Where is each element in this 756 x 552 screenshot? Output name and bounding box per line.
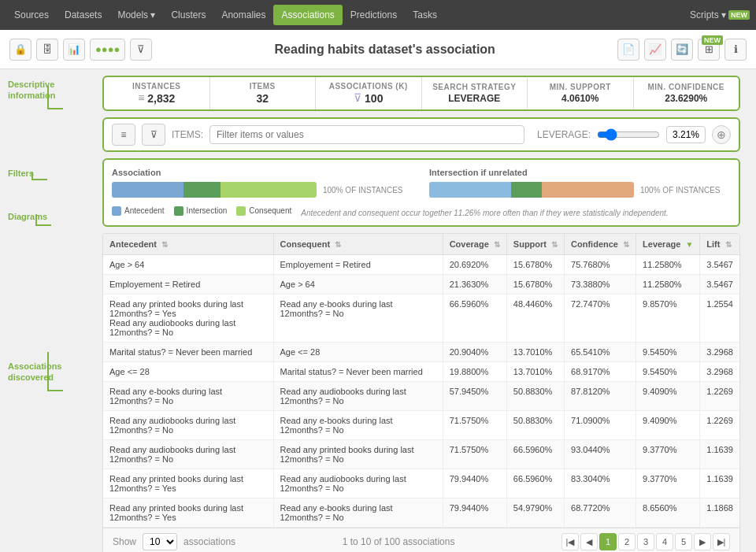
table-row[interactable]: Read any printed books during last 12mon… xyxy=(103,295,739,343)
nav-anomalies[interactable]: Anomalies xyxy=(213,3,273,27)
page-first-button[interactable]: |◀ xyxy=(561,533,579,550)
cell-leverage: 9.4090% xyxy=(636,382,700,411)
cell-confidence: 71.0900% xyxy=(565,411,636,440)
cell-leverage: 9.5450% xyxy=(636,362,700,382)
table-header-row: Antecedent ⇅ Consequent ⇅ Coverage ⇅ xyxy=(103,234,739,255)
chart-icon[interactable]: 📊 xyxy=(63,39,85,61)
cell-confidence: 93.0440% xyxy=(565,440,636,469)
funnel-icon[interactable]: ⊽ xyxy=(130,39,152,61)
cell-consequent: Age <= 28 xyxy=(273,343,443,362)
info-icon[interactable]: ℹ xyxy=(724,39,747,61)
nav-models[interactable]: Models ▾ xyxy=(109,3,163,27)
cell-antecedent: Read any e-books during last 12months? =… xyxy=(103,382,273,411)
stat-instances: INSTANCES ≡ 2,832 xyxy=(104,77,210,109)
table-row[interactable]: Age <= 28 Marital status? = Never been m… xyxy=(103,362,739,382)
col-antecedent[interactable]: Antecedent ⇅ xyxy=(103,234,273,255)
cell-support: 50.8830% xyxy=(506,382,564,411)
formula-icon[interactable]: ⊞ NEW xyxy=(698,39,720,61)
new-badge-formula: NEW xyxy=(702,35,723,45)
cell-consequent: Read any e-books during last 12months? =… xyxy=(273,295,443,343)
col-consequent[interactable]: Consequent ⇅ xyxy=(273,234,443,255)
col-lift[interactable]: Lift ⇅ xyxy=(700,234,739,255)
table-row[interactable]: Read any e-books during last 12months? =… xyxy=(103,382,739,411)
table-row[interactable]: Age > 64 Employement = Retired 20.6920% … xyxy=(103,255,739,275)
descriptive-label: Descriptiveinformation xyxy=(8,79,63,109)
cell-consequent: Employement = Retired xyxy=(273,255,443,275)
cell-antecedent: Read any printed books during last 12mon… xyxy=(103,469,273,498)
page-5-button[interactable]: 5 xyxy=(675,533,692,550)
cell-antecedent: Read any audiobooks during last 12months… xyxy=(103,440,273,469)
nav-sources[interactable]: Sources xyxy=(6,3,57,27)
stat-items: ITEMS 32 xyxy=(210,77,317,109)
table-row[interactable]: Read any printed books during last 12mon… xyxy=(103,498,739,528)
table-row[interactable]: Marital status? = Never been married Age… xyxy=(103,343,739,362)
page-next-button[interactable]: ▶ xyxy=(694,533,711,550)
cell-leverage: 9.8570% xyxy=(636,295,700,343)
filters-label: Filters xyxy=(8,168,47,180)
list-view-button[interactable]: ≡ xyxy=(112,124,135,146)
items-filter-input[interactable] xyxy=(209,125,524,144)
cell-antecedent: Age <= 28 xyxy=(103,362,273,382)
nav-datasets[interactable]: Datasets xyxy=(57,3,109,27)
cell-confidence: 83.3040% xyxy=(565,469,636,498)
page-last-button[interactable]: ▶| xyxy=(713,533,730,550)
page-2-button[interactable]: 2 xyxy=(618,533,636,550)
refresh-icon[interactable]: 🔄 xyxy=(671,39,693,61)
page-4-button[interactable]: 4 xyxy=(656,533,673,550)
table-row[interactable]: Read any printed books during last 12mon… xyxy=(103,469,739,498)
cell-leverage: 9.3770% xyxy=(636,469,700,498)
nav-clusters[interactable]: Clusters xyxy=(163,3,213,27)
cell-support: 48.4460% xyxy=(506,295,564,343)
leverage-slider[interactable] xyxy=(597,128,660,141)
diagram-intersection: Intersection if unrelated 100% OF INSTAN… xyxy=(429,168,731,201)
sort-confidence-icon: ⇅ xyxy=(623,240,629,249)
cell-coverage: 66.5960% xyxy=(443,295,506,343)
database-icon[interactable]: 🗄 xyxy=(36,39,58,61)
funnel-stat-icon: ⊽ xyxy=(354,91,361,104)
cell-lift: 3.2968 xyxy=(700,362,739,382)
diagram-legend: Antecedent Intersection Consequent Antec… xyxy=(112,204,731,217)
cell-lift: 1.1868 xyxy=(700,498,739,528)
scripts-button[interactable]: Scripts ▾ NEW xyxy=(690,9,750,20)
main-area: INSTANCES ≡ 2,832 ITEMS 32 ASSOCIATIONS … xyxy=(94,69,756,552)
cell-coverage: 57.9450% xyxy=(443,382,506,411)
cell-coverage: 79.9440% xyxy=(443,469,506,498)
page-prev-button[interactable]: ◀ xyxy=(580,533,598,550)
cell-consequent: Marital status? = Never been married xyxy=(273,362,443,382)
cell-lift: 3.5467 xyxy=(700,255,739,275)
page-title: Reading habits dataset's association xyxy=(158,43,611,57)
cell-support: 50.8830% xyxy=(506,411,564,440)
cell-lift: 1.1639 xyxy=(700,469,739,498)
filter-reset-button[interactable]: ⊕ xyxy=(712,125,731,144)
col-support[interactable]: Support ⇅ xyxy=(506,234,564,255)
cell-support: 54.9790% xyxy=(506,498,564,528)
nav-associations[interactable]: Associations xyxy=(273,5,342,25)
side-labels: Descriptiveinformation Filters Diagrams … xyxy=(8,69,94,552)
cell-antecedent: Employement = Retired xyxy=(103,275,273,295)
sort-leverage-icon: ▼ xyxy=(685,240,693,249)
filter-funnel-button[interactable]: ⊽ xyxy=(142,124,165,146)
page-1-button[interactable]: 1 xyxy=(599,533,617,550)
cell-support: 15.6780% xyxy=(506,275,564,295)
bar-chart-icon[interactable]: 📈 xyxy=(644,39,666,61)
nav-tasks[interactable]: Tasks xyxy=(405,3,445,27)
col-leverage[interactable]: Leverage ▼ xyxy=(636,234,700,255)
col-coverage[interactable]: Coverage ⇅ xyxy=(443,234,506,255)
col-confidence[interactable]: Confidence ⇅ xyxy=(565,234,636,255)
table-row[interactable]: Employement = Retired Age > 64 21.3630% … xyxy=(103,275,739,295)
lock-icon[interactable]: 🔒 xyxy=(9,39,32,61)
sort-antecedent-icon: ⇅ xyxy=(161,240,168,249)
new-badge: NEW xyxy=(728,10,750,20)
nav-predictions[interactable]: Predictions xyxy=(343,3,405,27)
table-row[interactable]: Read any audiobooks during last 12months… xyxy=(103,411,739,440)
doc-icon[interactable]: 📄 xyxy=(617,39,639,61)
cell-confidence: 65.5410% xyxy=(565,343,636,362)
split-icon[interactable]: ●●●● xyxy=(90,39,125,61)
show-select[interactable]: 10 25 50 xyxy=(143,533,177,550)
stats-bar: INSTANCES ≡ 2,832 ITEMS 32 ASSOCIATIONS … xyxy=(102,76,740,111)
table-row[interactable]: Read any audiobooks during last 12months… xyxy=(103,440,739,469)
header-left-icons: 🔒 🗄 📊 ●●●● ⊽ xyxy=(9,39,152,61)
page-3-button[interactable]: 3 xyxy=(637,533,654,550)
cell-support: 15.6780% xyxy=(506,255,564,275)
pagination-info: 1 to 10 of 100 associations xyxy=(242,536,555,547)
